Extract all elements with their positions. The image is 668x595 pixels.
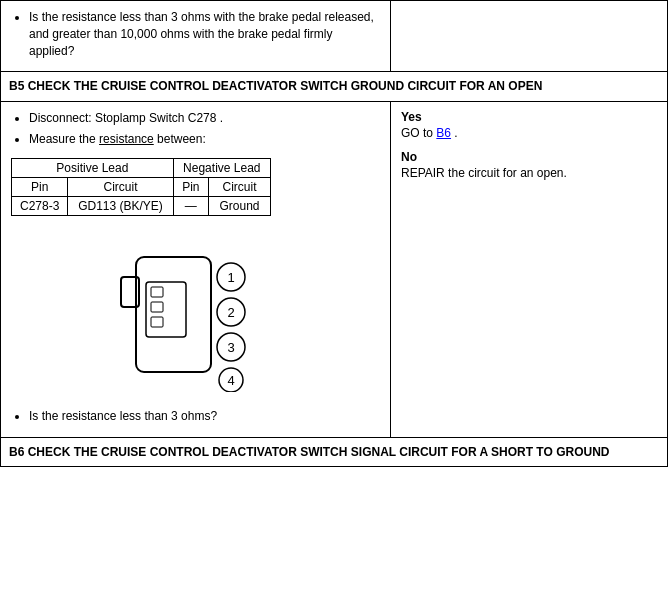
svg-rect-4 (151, 302, 163, 312)
b5-left-column: Disconnect: Stoplamp Switch C278 . Measu… (1, 102, 391, 436)
svg-rect-3 (151, 287, 163, 297)
row-circuit2: Ground (209, 196, 271, 215)
connector-svg: 1 2 3 4 (116, 232, 276, 392)
b5-bottom-question: Is the resistance less than 3 ohms? (11, 408, 380, 425)
b6-header: B6 CHECK THE CRUISE CONTROL DEACTIVATOR … (1, 438, 667, 467)
svg-text:3: 3 (227, 340, 234, 355)
table-row: C278-3 GD113 (BK/YE) — Ground (12, 196, 271, 215)
svg-text:4: 4 (227, 373, 234, 388)
top-answer-cell (391, 1, 667, 71)
positive-lead-header: Positive Lead (12, 158, 174, 177)
b6-link[interactable]: B6 (436, 126, 451, 140)
top-question-cell: Is the resistance less than 3 ohms with … (1, 1, 391, 71)
row-pin1: C278-3 (12, 196, 68, 215)
row-circuit1: GD113 (BK/YE) (68, 196, 173, 215)
svg-text:1: 1 (227, 270, 234, 285)
row-pin2: — (173, 196, 208, 215)
b5-right-column: Yes GO to B6 . No REPAIR the circuit for… (391, 102, 667, 436)
b5-header: B5 CHECK THE CRUISE CONTROL DEACTIVATOR … (1, 72, 667, 101)
pin-col2-header: Pin (173, 177, 208, 196)
svg-rect-0 (136, 257, 211, 372)
b5-question-text: Is the resistance less than 3 ohms? (29, 409, 217, 423)
svg-rect-2 (146, 282, 186, 337)
connector-diagram: 1 2 3 4 (11, 232, 380, 392)
yes-label: Yes (401, 110, 657, 124)
yes-text: GO to B6 . (401, 124, 657, 142)
no-label: No (401, 150, 657, 164)
b5-step-1: Disconnect: Stoplamp Switch C278 . (29, 110, 380, 127)
svg-rect-5 (151, 317, 163, 327)
pin-col1-header: Pin (12, 177, 68, 196)
svg-text:2: 2 (227, 305, 234, 320)
negative-lead-header: Negative Lead (173, 158, 270, 177)
pin-table: Positive Lead Negative Lead Pin Circuit … (11, 158, 271, 216)
circuit-col2-header: Circuit (209, 177, 271, 196)
top-question-text: Is the resistance less than 3 ohms with … (29, 9, 380, 59)
circuit-col1-header: Circuit (68, 177, 173, 196)
no-text: REPAIR the circuit for an open. (401, 164, 657, 182)
b5-step-2: Measure the resistance between: (29, 131, 380, 148)
